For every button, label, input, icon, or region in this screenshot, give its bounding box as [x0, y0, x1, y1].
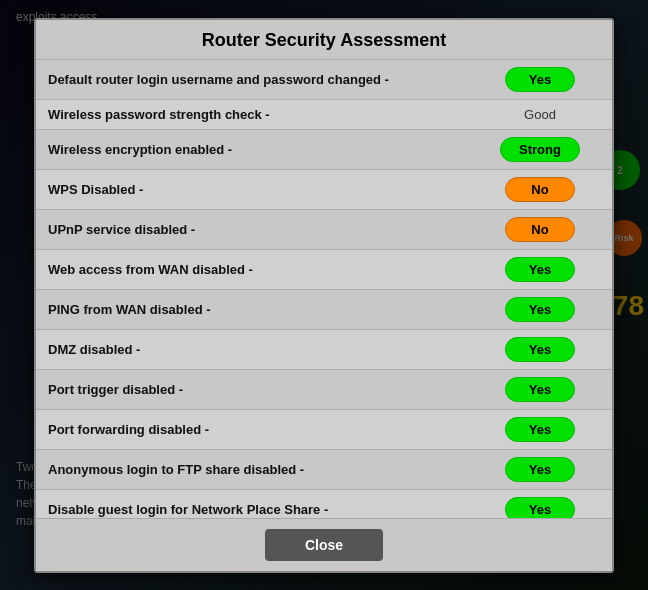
- row-label: UPnP service disabled -: [36, 209, 468, 249]
- row-label: Default router login username and passwo…: [36, 60, 468, 100]
- status-badge: Yes: [505, 497, 575, 518]
- status-badge: No: [505, 217, 575, 242]
- status-badge: No: [505, 177, 575, 202]
- table-row: Default router login username and passwo…: [36, 60, 612, 100]
- row-label: Wireless encryption enabled -: [36, 129, 468, 169]
- status-badge: Yes: [505, 457, 575, 482]
- row-label: Web access from WAN disabled -: [36, 249, 468, 289]
- row-label: Anonymous login to FTP share disabled -: [36, 449, 468, 489]
- row-value: Yes: [468, 60, 612, 100]
- row-value: Yes: [468, 449, 612, 489]
- status-badge: Yes: [505, 377, 575, 402]
- row-value: Yes: [468, 369, 612, 409]
- row-label: Disable guest login for Network Place Sh…: [36, 489, 468, 518]
- status-badge: Yes: [505, 417, 575, 442]
- row-value: Yes: [468, 329, 612, 369]
- row-value: Yes: [468, 289, 612, 329]
- row-value: Yes: [468, 489, 612, 518]
- table-row: Web access from WAN disabled -Yes: [36, 249, 612, 289]
- row-label: Wireless password strength check -: [36, 99, 468, 129]
- table-row: Wireless encryption enabled -Strong: [36, 129, 612, 169]
- modal-footer: Close: [36, 518, 612, 571]
- modal-table: Default router login username and passwo…: [36, 60, 612, 518]
- row-value: Yes: [468, 409, 612, 449]
- row-value: Yes: [468, 249, 612, 289]
- table-row: DMZ disabled -Yes: [36, 329, 612, 369]
- status-badge: Yes: [505, 257, 575, 282]
- row-label: DMZ disabled -: [36, 329, 468, 369]
- modal-title: Router Security Assessment: [36, 20, 612, 60]
- table-row: PING from WAN disabled -Yes: [36, 289, 612, 329]
- row-label: Port trigger disabled -: [36, 369, 468, 409]
- table-row: WPS Disabled -No: [36, 169, 612, 209]
- status-badge: Yes: [505, 67, 575, 92]
- status-badge: Yes: [505, 297, 575, 322]
- row-label: WPS Disabled -: [36, 169, 468, 209]
- row-value: Good: [468, 99, 612, 129]
- modal-backdrop: Router Security Assessment Default route…: [0, 0, 648, 590]
- row-value: No: [468, 209, 612, 249]
- table-row: Disable guest login for Network Place Sh…: [36, 489, 612, 518]
- row-value: No: [468, 169, 612, 209]
- table-row: Port trigger disabled -Yes: [36, 369, 612, 409]
- table-row: Port forwarding disabled -Yes: [36, 409, 612, 449]
- status-badge: Yes: [505, 337, 575, 362]
- table-row: UPnP service disabled -No: [36, 209, 612, 249]
- router-security-modal: Router Security Assessment Default route…: [34, 18, 614, 573]
- security-table: Default router login username and passwo…: [36, 60, 612, 518]
- row-value: Strong: [468, 129, 612, 169]
- row-label: Port forwarding disabled -: [36, 409, 468, 449]
- close-button[interactable]: Close: [265, 529, 383, 561]
- table-row: Anonymous login to FTP share disabled -Y…: [36, 449, 612, 489]
- status-badge: Strong: [500, 137, 580, 162]
- table-row: Wireless password strength check -Good: [36, 99, 612, 129]
- row-label: PING from WAN disabled -: [36, 289, 468, 329]
